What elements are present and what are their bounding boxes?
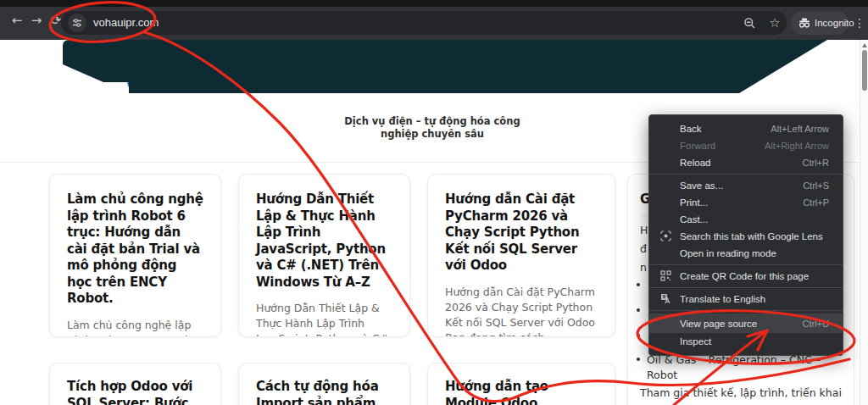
sidebar-line-fragment: n (640, 261, 647, 274)
sidebar-footer-text: Tham gia thiết kế, lập trình, triển khai (640, 386, 843, 399)
sidebar-line-fragment: H (640, 224, 648, 236)
topbar-divider (295, 45, 296, 61)
forward-icon[interactable]: → (27, 11, 46, 30)
menu-item-forward: Forward Alt+Right Arrow (649, 137, 843, 154)
facebook-icon[interactable]: f (765, 47, 777, 58)
menu-shortcut: Ctrl+S (803, 180, 829, 191)
topbar-address[interactable]: Xã Bình Hưng, Tp. HCM, Việt Nam (532, 46, 706, 61)
menu-shortcut: Ctrl+U (803, 319, 829, 329)
article-card: Tích hợp Odoo với SQL Server: Bước đầu x… (49, 363, 221, 405)
menu-item-create-qr[interactable]: Create QR Code for this page (649, 268, 843, 285)
menu-shortcut: Ctrl+R (803, 158, 829, 168)
menu-separator (649, 264, 843, 265)
article-title[interactable]: Làm chủ công nghệ lập trình Robot 6 trục… (67, 191, 203, 308)
scrollbar-up-arrow[interactable] (862, 43, 867, 47)
screenshot-canvas: ← → ⟳ vohauipr.com ☆ (0, 0, 868, 405)
incognito-spy-icon (798, 18, 810, 28)
bullet-dot (637, 308, 640, 312)
menu-item-save-as[interactable]: Save as... Ctrl+S (649, 177, 843, 194)
menu-separator (649, 287, 843, 288)
article-card: Hướng Dẫn Thiết Lập & Thực Hành Lập Trìn… (238, 174, 410, 337)
context-menu: Back Alt+Left Arrow Forward Alt+Right Ar… (648, 114, 843, 356)
article-card: Hướng dẫn tạo Module Odoo Custom: Tự độn… (427, 363, 615, 405)
back-icon[interactable]: ← (8, 11, 26, 30)
phone-icon: ✆ (81, 46, 89, 61)
url-bar[interactable]: vohauipr.com ☆ (61, 11, 787, 35)
topbar-email[interactable]: vohauipr@vohauipr.com (326, 46, 449, 61)
article-excerpt: Hướng dẫn Cài đặt PyCharm 2026 và Chạy S… (445, 285, 598, 338)
email-icon (310, 47, 321, 63)
qr-code-icon (659, 270, 673, 283)
menu-item-google-lens[interactable]: Search this tab with Google Lens (649, 228, 843, 245)
incognito-label: Incognito (815, 18, 854, 28)
browser-menu-icon[interactable]: ⋮ (853, 11, 866, 35)
bookmark-star-icon[interactable]: ☆ (765, 11, 785, 35)
article-title[interactable]: Cách tự động hóa Import sản phẩm vào Odo… (256, 379, 392, 405)
menu-item-view-page-source[interactable]: View page source Ctrl+U (649, 313, 843, 333)
article-title[interactable]: Hướng dẫn tạo Module Odoo Custom: Tự độn… (445, 379, 598, 405)
window-top-strip (0, 0, 868, 7)
site-tagline: Dịch vụ điện – tự động hóa công nghiệp c… (339, 115, 526, 141)
topbar-divider (421, 45, 422, 61)
article-card: Cách tự động hóa Import sản phẩm vào Odo… (238, 363, 410, 405)
menu-shortcut: Alt+Left Arrow (771, 124, 829, 134)
menu-separator (649, 310, 843, 311)
search-bar-label: blog của tôi dành cho bạn (149, 64, 286, 93)
topbar-phone[interactable]: 0964.009.096 (95, 46, 165, 61)
menu-item-reading-mode[interactable]: Open in reading mode (649, 245, 843, 262)
zoom-icon[interactable] (739, 11, 760, 35)
translate-icon (659, 293, 673, 306)
browser-toolbar: ← → ⟳ vohauipr.com ☆ (0, 0, 868, 40)
article-title[interactable]: Hướng dẫn Cài đặt PyCharm 2026 và Chạy S… (445, 191, 598, 275)
url-text[interactable]: vohauipr.com (93, 11, 159, 35)
article-card: Hướng dẫn Cài đặt PyCharm 2026 và Chạy S… (427, 174, 615, 337)
search-button[interactable] (700, 66, 726, 92)
site-settings-icon[interactable] (68, 14, 86, 32)
menu-item-back[interactable]: Back Alt+Left Arrow (649, 120, 843, 137)
bullet-dot (637, 283, 640, 286)
menu-item-inspect[interactable]: Inspect (649, 333, 843, 350)
article-excerpt: Làm chủ công nghệ lập trình Robot 6 trục… (67, 318, 203, 338)
bullet-dot (637, 334, 640, 337)
google-lens-icon (659, 230, 673, 243)
article-title[interactable]: Tích hợp Odoo với SQL Server: Bước đầu x… (67, 379, 203, 405)
incognito-badge: Incognito (791, 11, 849, 35)
sidebar-line-fragment: đ (640, 242, 647, 255)
bullet-dot (637, 358, 640, 361)
menu-shortcut: Alt+Right Arrow (765, 141, 829, 151)
menu-item-cast[interactable]: Cast... (649, 211, 843, 228)
article-card: Làm chủ công nghệ lập trình Robot 6 trục… (49, 174, 221, 337)
menu-shortcut: Ctrl+P (803, 197, 829, 208)
page-scrollbar[interactable] (860, 40, 868, 405)
location-pin-icon (519, 47, 527, 62)
article-title[interactable]: Hướng Dẫn Thiết Lập & Thực Hành Lập Trìn… (256, 191, 392, 291)
menu-item-print[interactable]: Print... Ctrl+P (649, 194, 843, 211)
menu-item-reload[interactable]: Reload Ctrl+R (649, 154, 843, 171)
scrollbar-thumb[interactable] (862, 50, 867, 91)
menu-separator (649, 174, 843, 175)
header-search-bar[interactable]: blog của tôi dành cho bạn (127, 64, 732, 93)
article-excerpt: Hướng Dẫn Thiết Lập & Thực Hành Lập Trìn… (256, 301, 392, 337)
menu-item-translate[interactable]: Translate to English (649, 291, 843, 308)
youtube-icon[interactable] (783, 48, 795, 60)
sidebar-bullet-text: Robot (647, 369, 677, 381)
